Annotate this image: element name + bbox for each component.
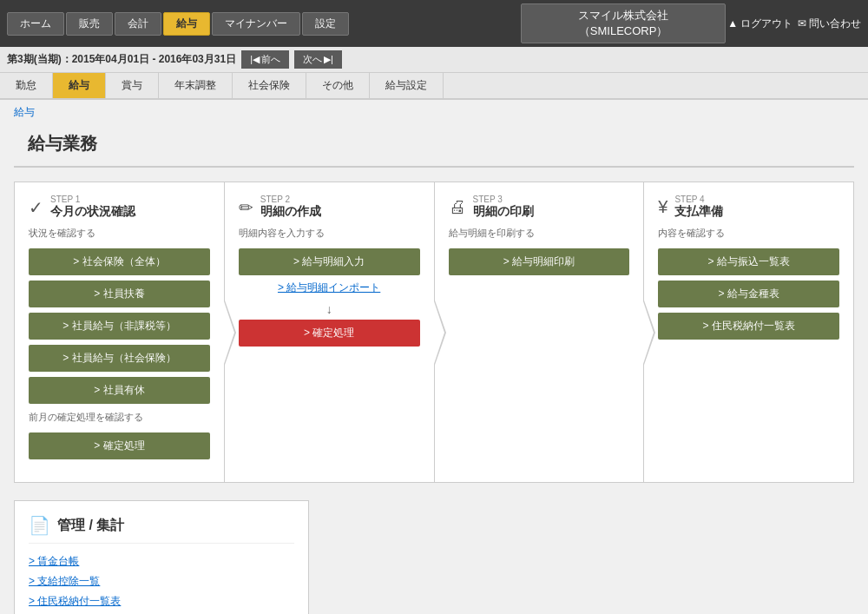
step-3-header: 🖨 STEP 3 明細の印刷: [449, 195, 630, 220]
step-1-header: ✓ STEP 1 今月の状況確認: [29, 195, 210, 220]
nav-home[interactable]: ホーム: [7, 12, 64, 36]
step-4-header: ¥ STEP 4 支払準備: [658, 195, 839, 220]
employee-leave-button[interactable]: > 社員有休: [29, 377, 210, 404]
tab-payroll[interactable]: 給与: [53, 73, 106, 98]
social-insurance-all-button[interactable]: > 社会保険（全体）: [29, 248, 210, 275]
step-4-title: 支払準備: [674, 204, 723, 220]
payslip-print-button[interactable]: > 給与明細印刷: [449, 248, 630, 275]
step-1-card: ✓ STEP 1 今月の状況確認 状況を確認する > 社会保険（全体） > 社員…: [14, 182, 225, 483]
breadcrumb-link[interactable]: 給与: [14, 106, 35, 118]
resident-tax-list-button[interactable]: > 住民税納付一覧表: [658, 313, 839, 340]
checkmark-icon: ✓: [29, 197, 43, 218]
step-4-card: ¥ STEP 4 支払準備 内容を確認する > 給与振込一覧表 > 給与金種表 …: [644, 182, 854, 483]
step-2-desc1: 明細内容を入力する: [239, 227, 420, 240]
prev-icon: |◀: [250, 54, 260, 65]
step-3-num: STEP 3: [473, 195, 534, 204]
step-3-card: 🖨 STEP 3 明細の印刷 給与明細を印刷する > 給与明細印刷: [435, 182, 645, 483]
step-4-desc1: 内容を確認する: [658, 227, 839, 240]
next-period-button[interactable]: 次へ ▶|: [294, 50, 342, 69]
step-1-info: STEP 1 今月の状況確認: [50, 195, 135, 220]
step-2-title: 明細の作成: [260, 204, 321, 220]
nav-settings[interactable]: 設定: [302, 12, 349, 36]
step-2-card: ✏ STEP 2 明細の作成 明細内容を入力する > 給与明細入力 > 給与明細…: [225, 182, 435, 483]
step-2-num: STEP 2: [260, 195, 321, 204]
company-name: スマイル株式会社（SMILECORP）: [521, 3, 726, 43]
step-3-title: 明細の印刷: [473, 204, 534, 220]
tab-yearend[interactable]: 年末調整: [159, 73, 233, 98]
main-content: ✓ STEP 1 今月の状況確認 状況を確認する > 社会保険（全体） > 社員…: [0, 182, 868, 614]
step-3-desc1: 給与明細を印刷する: [449, 227, 630, 240]
top-navigation: ホーム 販売 会計 給与 マイナンバー 設定 スマイル株式会社（SMILECOR…: [0, 0, 868, 47]
payslip-input-button[interactable]: > 給与明細入力: [239, 248, 420, 275]
steps-container: ✓ STEP 1 今月の状況確認 状況を確認する > 社会保険（全体） > 社員…: [14, 182, 854, 483]
prev-period-button[interactable]: |◀ 前へ: [241, 50, 289, 69]
mgmt-links: > 賃金台帳 > 支給控除一覧 > 住民税納付一覧表: [29, 554, 294, 609]
step-1-desc2: 前月の確定処理を確認する: [29, 411, 210, 424]
tab-payroll-settings[interactable]: 給与設定: [370, 73, 444, 98]
step-1-desc1: 状況を確認する: [29, 227, 210, 240]
transfer-list-button[interactable]: > 給与振込一覧表: [658, 248, 839, 275]
period-text: 第3期(当期)：2015年04月01日 - 2016年03月31日: [7, 52, 236, 67]
nav-mynumber[interactable]: マイナンバー: [212, 12, 300, 36]
edit-icon: ✏: [239, 197, 253, 218]
mail-icon: ✉: [798, 17, 806, 30]
wage-ledger-link[interactable]: > 賃金台帳: [29, 554, 294, 569]
nav-accounting[interactable]: 会計: [115, 12, 161, 36]
step-1-title: 今月の状況確認: [50, 204, 135, 220]
print-icon: 🖨: [449, 197, 466, 217]
contact-link[interactable]: ✉ 問い合わせ: [798, 17, 861, 31]
period-bar: 第3期(当期)：2015年04月01日 - 2016年03月31日 |◀ 前へ …: [0, 47, 868, 73]
step-2-info: STEP 2 明細の作成: [260, 195, 321, 220]
logout-link[interactable]: ▲ ログアウト: [727, 17, 792, 31]
tab-social-insurance[interactable]: 社会保険: [233, 73, 306, 98]
employee-dependent-button[interactable]: > 社員扶養: [29, 281, 210, 307]
payslip-import-link[interactable]: > 給与明細インポート: [239, 281, 420, 295]
step-1-num: STEP 1: [50, 195, 135, 204]
page-title: 給与業務: [14, 125, 854, 168]
arrow-down-icon: ↓: [239, 302, 420, 316]
tab-other[interactable]: その他: [306, 73, 370, 98]
currency-types-button[interactable]: > 給与金種表: [658, 281, 839, 307]
top-nav-right: ▲ ログアウト ✉ 問い合わせ: [727, 17, 861, 31]
management-section: 📄 管理 / 集計 > 賃金台帳 > 支給控除一覧 > 住民税納付一覧表: [14, 500, 309, 614]
step2-confirm-button[interactable]: > 確定処理: [239, 320, 420, 347]
next-icon: ▶|: [324, 54, 333, 65]
sub-navigation: 勤怠 給与 賞与 年末調整 社会保険 その他 給与設定: [0, 73, 868, 100]
mgmt-title: 管理 / 集計: [57, 517, 124, 535]
step-4-num: STEP 4: [674, 195, 723, 204]
step-4-info: STEP 4 支払準備: [674, 195, 723, 220]
step-2-header: ✏ STEP 2 明細の作成: [239, 195, 420, 220]
employee-salary-social-button[interactable]: > 社員給与（社会保険）: [29, 345, 210, 372]
payment-deduction-link[interactable]: > 支給控除一覧: [29, 574, 294, 589]
nav-payroll[interactable]: 給与: [163, 12, 210, 36]
person-icon: ▲: [727, 17, 738, 30]
step1-confirm-button[interactable]: > 確定処理: [29, 432, 210, 459]
step-3-info: STEP 3 明細の印刷: [473, 195, 534, 220]
tab-bonus[interactable]: 賞与: [106, 73, 159, 98]
breadcrumb: 給与: [0, 100, 868, 125]
nav-sales[interactable]: 販売: [66, 12, 113, 36]
resident-tax-mgmt-link[interactable]: > 住民税納付一覧表: [29, 594, 294, 609]
mgmt-header: 📄 管理 / 集計: [29, 515, 294, 544]
document-icon: 📄: [29, 515, 50, 536]
yen-icon: ¥: [658, 197, 667, 217]
tab-attendance[interactable]: 勤怠: [0, 73, 53, 98]
employee-salary-nontax-button[interactable]: > 社員給与（非課税等）: [29, 313, 210, 340]
